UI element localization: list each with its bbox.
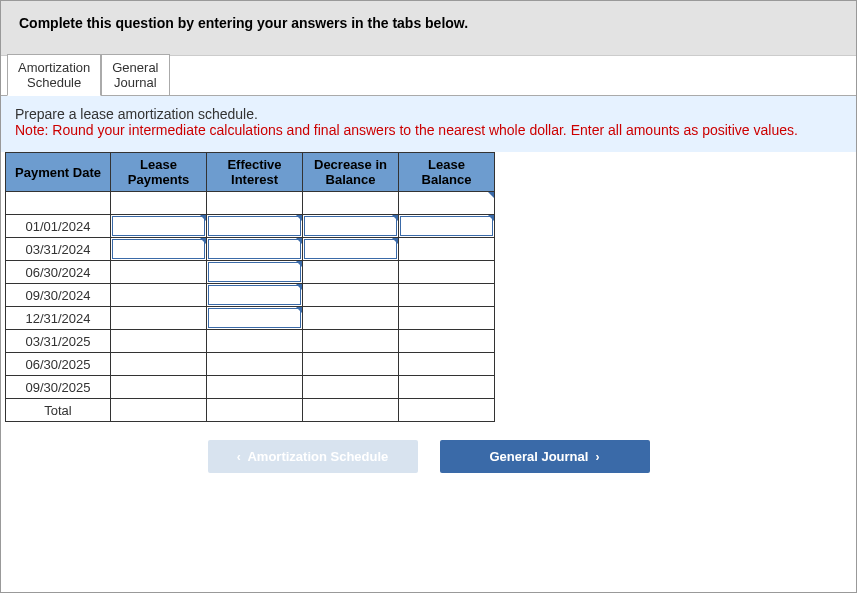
- date-cell: 01/01/2024: [6, 215, 111, 238]
- expand-corner-icon: [296, 261, 302, 267]
- input-cell[interactable]: [207, 284, 303, 307]
- next-label: General Journal: [489, 449, 588, 464]
- input-cell[interactable]: [399, 192, 495, 215]
- input-cell[interactable]: [303, 261, 399, 284]
- input-cell[interactable]: [303, 284, 399, 307]
- expand-corner-icon: [296, 238, 302, 244]
- question-note: Prepare a lease amortization schedule. N…: [1, 96, 856, 152]
- input-cell[interactable]: [111, 330, 207, 353]
- input-cell[interactable]: [303, 330, 399, 353]
- date-cell: Total: [6, 399, 111, 422]
- table-row: 01/01/2024: [6, 215, 495, 238]
- expand-corner-icon: [296, 307, 302, 313]
- input-cell[interactable]: [111, 238, 207, 261]
- tab-line1: Amortization: [18, 60, 90, 75]
- table-row: [6, 192, 495, 215]
- nav-buttons: ‹ Amortization Schedule General Journal …: [1, 440, 856, 473]
- input-cell[interactable]: [111, 353, 207, 376]
- active-input-outline: [304, 216, 397, 236]
- active-input-outline: [208, 216, 301, 236]
- input-cell[interactable]: [303, 399, 399, 422]
- expand-corner-icon: [392, 238, 398, 244]
- date-cell: 09/30/2024: [6, 284, 111, 307]
- tabs-row: Amortization Schedule General Journal: [1, 56, 856, 96]
- chevron-right-icon: ›: [596, 450, 600, 464]
- table-row: Total: [6, 399, 495, 422]
- amortization-table: Payment Date Lease Payments Effective In…: [5, 152, 495, 422]
- chevron-left-icon: ‹: [237, 450, 241, 464]
- input-cell[interactable]: [399, 330, 495, 353]
- input-cell[interactable]: [399, 215, 495, 238]
- table-row: 09/30/2025: [6, 376, 495, 399]
- table-row: 03/31/2024: [6, 238, 495, 261]
- input-cell[interactable]: [399, 353, 495, 376]
- input-cell[interactable]: [399, 399, 495, 422]
- input-cell[interactable]: [111, 376, 207, 399]
- input-cell[interactable]: [303, 215, 399, 238]
- date-cell: 03/31/2025: [6, 330, 111, 353]
- active-input-outline: [400, 216, 493, 236]
- date-cell: 09/30/2025: [6, 376, 111, 399]
- input-cell[interactable]: [207, 238, 303, 261]
- instruction-text: Complete this question by entering your …: [19, 15, 468, 31]
- input-cell[interactable]: [399, 238, 495, 261]
- input-cell[interactable]: [111, 192, 207, 215]
- active-input-outline: [304, 239, 397, 259]
- tab-line2: Schedule: [27, 75, 81, 90]
- expand-corner-icon: [200, 215, 206, 221]
- input-cell[interactable]: [303, 376, 399, 399]
- input-cell[interactable]: [399, 261, 495, 284]
- input-cell[interactable]: [303, 353, 399, 376]
- expand-corner-icon: [296, 215, 302, 221]
- tab-amortization-schedule[interactable]: Amortization Schedule: [7, 54, 101, 96]
- input-cell[interactable]: [399, 307, 495, 330]
- col-effective-interest: Effective Interest: [207, 153, 303, 192]
- tab-general-journal[interactable]: General Journal: [101, 54, 169, 96]
- note-line2: Note: Round your intermediate calculatio…: [15, 122, 842, 138]
- input-cell[interactable]: [111, 307, 207, 330]
- expand-corner-icon: [392, 215, 398, 221]
- input-cell[interactable]: [111, 399, 207, 422]
- table-row: 06/30/2025: [6, 353, 495, 376]
- date-cell: 06/30/2024: [6, 261, 111, 284]
- input-cell[interactable]: [303, 192, 399, 215]
- date-cell: [6, 192, 111, 215]
- date-cell: 06/30/2025: [6, 353, 111, 376]
- input-cell[interactable]: [399, 376, 495, 399]
- prev-label: Amortization Schedule: [247, 449, 388, 464]
- input-cell[interactable]: [111, 284, 207, 307]
- prev-button[interactable]: ‹ Amortization Schedule: [208, 440, 418, 473]
- input-cell[interactable]: [207, 192, 303, 215]
- col-lease-balance: Lease Balance: [399, 153, 495, 192]
- date-cell: 12/31/2024: [6, 307, 111, 330]
- expand-corner-icon: [296, 284, 302, 290]
- tab-line1: General: [112, 60, 158, 75]
- table-row: 12/31/2024: [6, 307, 495, 330]
- expand-corner-icon: [488, 192, 494, 198]
- input-cell[interactable]: [303, 307, 399, 330]
- input-cell[interactable]: [207, 353, 303, 376]
- date-cell: 03/31/2024: [6, 238, 111, 261]
- input-cell[interactable]: [207, 307, 303, 330]
- input-cell[interactable]: [207, 399, 303, 422]
- input-cell[interactable]: [207, 376, 303, 399]
- table-row: 03/31/2025: [6, 330, 495, 353]
- input-cell[interactable]: [207, 215, 303, 238]
- input-cell[interactable]: [111, 215, 207, 238]
- input-cell[interactable]: [207, 330, 303, 353]
- col-lease-payments: Lease Payments: [111, 153, 207, 192]
- expand-corner-icon: [200, 238, 206, 244]
- note-line1: Prepare a lease amortization schedule.: [15, 106, 842, 122]
- active-input-outline: [208, 308, 301, 328]
- table-row: 09/30/2024: [6, 284, 495, 307]
- expand-corner-icon: [488, 215, 494, 221]
- input-cell[interactable]: [303, 238, 399, 261]
- next-button[interactable]: General Journal ›: [440, 440, 650, 473]
- input-cell[interactable]: [111, 261, 207, 284]
- input-cell[interactable]: [399, 284, 495, 307]
- table-row: 06/30/2024: [6, 261, 495, 284]
- col-payment-date: Payment Date: [6, 153, 111, 192]
- instruction-banner: Complete this question by entering your …: [1, 1, 856, 56]
- input-cell[interactable]: [207, 261, 303, 284]
- active-input-outline: [112, 216, 205, 236]
